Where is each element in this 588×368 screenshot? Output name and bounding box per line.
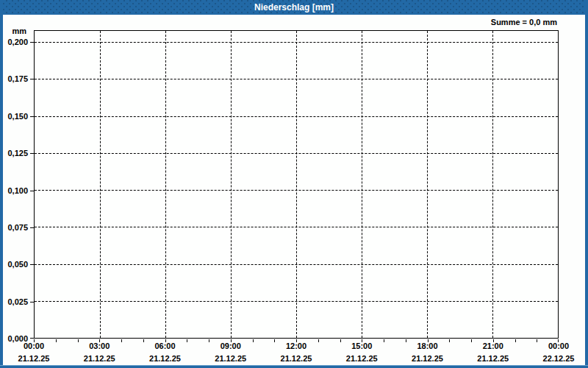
y-axis-tick-label: 0,050 [0, 259, 28, 269]
y-axis-tick [30, 264, 34, 265]
gridline-vertical [492, 31, 493, 338]
gridline-vertical [296, 31, 297, 338]
x-axis-date-label: 21.12.25 [8, 354, 60, 364]
x-axis-date-label: 21.12.25 [270, 354, 322, 364]
gridline-vertical [231, 31, 232, 338]
y-axis-tick-label: 0,200 [0, 37, 28, 47]
x-axis-time-label: 06:00 [140, 342, 191, 351]
y-axis-tick-label: 0,100 [0, 185, 28, 196]
chart-window: Niederschlag [mm] Summe = 0,0 mm mm 0,00… [0, 0, 588, 368]
y-axis-tick [30, 338, 34, 339]
x-axis-time-label: 21:00 [467, 342, 519, 351]
x-axis-time-label: 15:00 [336, 342, 387, 351]
x-axis-date-label: 22.12.25 [533, 354, 584, 364]
gridline-vertical [165, 31, 166, 338]
y-axis-tick [30, 116, 34, 117]
x-axis-date-label: 21.12.25 [205, 354, 257, 364]
x-axis-time-label: 03:00 [74, 342, 125, 351]
x-axis-time-label: 00:00 [8, 342, 60, 351]
y-axis-ticks [30, 30, 34, 339]
y-axis-tick-label: 0,075 [0, 222, 28, 233]
gridline-vertical [427, 31, 428, 338]
x-axis-date-label: 21.12.25 [467, 354, 519, 364]
y-axis-labels: 0,0000,0250,0500,0750,1000,1250,1500,175… [0, 30, 28, 339]
y-axis-tick [30, 191, 34, 191]
plot-area [34, 30, 559, 339]
y-axis-tick [30, 302, 34, 302]
x-axis-date-label: 21.12.25 [402, 354, 453, 364]
x-axis-date-label: 21.12.25 [336, 354, 387, 364]
y-axis-tick-label: 0,150 [0, 111, 28, 121]
x-axis-time-label: 00:00 [533, 342, 584, 351]
x-axis-time-label: 12:00 [270, 342, 322, 351]
y-axis-tick [30, 79, 34, 79]
gridline-vertical [362, 31, 362, 338]
sum-annotation: Summe = 0,0 mm [491, 18, 557, 26]
x-axis-date-label: 21.12.25 [74, 354, 125, 364]
y-axis-tick [30, 153, 34, 154]
chart-title: Niederschlag [mm] [254, 2, 334, 13]
y-axis-tick-label: 0,175 [0, 74, 28, 84]
x-axis-time-label: 18:00 [402, 342, 453, 351]
x-axis-date-label: 21.12.25 [140, 354, 191, 364]
y-axis-tick [30, 42, 34, 43]
chart-title-bar: Niederschlag [mm] [0, 0, 588, 15]
panel-border-left [0, 0, 3, 368]
panel-border-right [585, 0, 588, 368]
y-axis-tick [30, 227, 34, 228]
gridline-vertical [100, 31, 101, 338]
x-axis-time-label: 09:00 [205, 342, 257, 351]
y-axis-tick-label: 0,125 [0, 148, 28, 158]
y-axis-tick-label: 0,025 [0, 297, 28, 307]
panel-border-bottom [0, 365, 588, 368]
